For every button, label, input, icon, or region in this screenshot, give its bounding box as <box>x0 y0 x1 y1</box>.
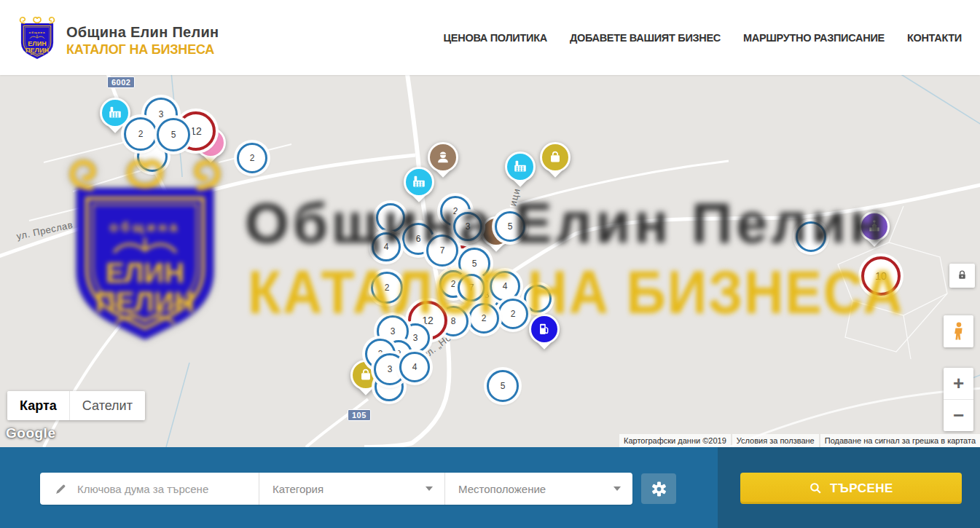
pin-marker-shopping-bag[interactable] <box>540 142 571 173</box>
municipality-crest-icon: община ЕЛИН ПЕЛИН <box>17 16 57 65</box>
cluster-marker[interactable]: 4 <box>490 271 520 302</box>
search-icon <box>809 481 823 495</box>
chevron-down-icon <box>614 486 621 491</box>
cluster-marker[interactable]: 4 <box>372 232 401 261</box>
cluster-marker[interactable]: 10 <box>861 256 901 296</box>
zoom-out-button[interactable]: − <box>944 400 973 431</box>
google-logo[interactable]: Google <box>6 425 55 441</box>
fuel-icon <box>529 314 560 344</box>
advanced-search-button[interactable] <box>641 473 676 504</box>
nav-pricing-policy[interactable]: ЦЕНОВА ПОЛИТИКА <box>444 32 547 44</box>
shopping-bag-icon <box>540 142 571 173</box>
cluster-marker[interactable]: 2 <box>498 299 528 329</box>
church-icon <box>859 211 890 242</box>
cluster-marker[interactable]: 5 <box>495 211 525 242</box>
pin-marker-factory[interactable] <box>404 167 434 197</box>
crest-name-1: ЕЛИН <box>28 40 46 47</box>
factory-icon <box>404 167 434 197</box>
lock-icon <box>956 269 968 282</box>
pin-marker-church[interactable] <box>859 211 890 242</box>
site-title: Община Елин Пелин <box>66 24 219 41</box>
keyword-search-input[interactable] <box>76 482 259 496</box>
cluster-marker[interactable]: 3 <box>453 212 482 241</box>
pegman-icon <box>951 320 967 342</box>
gear-icon <box>651 481 667 497</box>
map-canvas[interactable]: ул. Преслав бул. „Новосел ици 6002 105 1… <box>0 75 980 447</box>
header: община ЕЛИН ПЕЛИН Община Елин Пелин КАТА… <box>0 0 980 75</box>
location-dropdown-label: Местоположение <box>458 483 546 495</box>
factory-icon <box>505 151 536 182</box>
pin-marker-fuel[interactable] <box>529 314 560 344</box>
main-nav: ЦЕНОВА ПОЛИТИКА ДОБАВЕТЕ ВАШИЯТ БИЗНЕС М… <box>444 0 962 75</box>
map-type-map-button[interactable]: Карта <box>7 391 69 420</box>
search-bar: Категория Местоположение <box>40 473 632 505</box>
cluster-marker[interactable]: 5 <box>157 118 190 151</box>
search-panel: Категория Местоположение ТЪРСЕНЕ <box>0 447 980 528</box>
zoom-in-button[interactable]: + <box>944 368 973 400</box>
map-attribution: Картографски данни ©2019 Условия за полз… <box>619 434 980 447</box>
attribution-copyright: Картографски данни ©2019 <box>619 434 731 447</box>
search-submit-button[interactable]: ТЪРСЕНЕ <box>740 473 962 504</box>
cluster-marker[interactable]: 7 <box>458 274 485 302</box>
location-dropdown[interactable]: Местоположение <box>444 473 632 505</box>
nav-route-schedule[interactable]: МАРШРУТНО РАЗПИСАНИЕ <box>743 32 885 44</box>
crest-name-2: ПЕЛИН <box>26 47 49 54</box>
markers-layer: 1232522356413752287422812338334510 <box>0 75 980 447</box>
attribution-report-error-link[interactable]: Подаване на сигнал за грешка в картата <box>820 434 980 447</box>
map-type-satellite-button[interactable]: Сателит <box>69 391 145 420</box>
site-subtitle: КАТАЛОГ НА БИЗНЕСА <box>66 42 219 58</box>
map-type-control: Карта Сателит <box>7 391 145 420</box>
pencil-icon <box>55 483 67 495</box>
factory-icon <box>100 98 130 128</box>
chevron-down-icon <box>426 486 433 491</box>
cluster-marker[interactable]: 7 <box>426 235 458 267</box>
lock-button[interactable] <box>949 264 975 288</box>
cluster-marker[interactable]: 2 <box>469 303 499 334</box>
cluster-marker[interactable]: 2 <box>237 143 267 173</box>
nav-add-business[interactable]: ДОБАВЕТЕ ВАШИЯТ БИЗНЕС <box>570 32 721 44</box>
cluster-marker[interactable]: 5 <box>487 370 519 402</box>
cluster-marker[interactable] <box>524 285 552 312</box>
category-dropdown[interactable]: Категория <box>259 473 444 505</box>
cluster-marker[interactable]: 2 <box>371 272 403 304</box>
nav-contacts[interactable]: КОНТАКТИ <box>907 32 962 44</box>
category-dropdown-label: Категория <box>273 483 324 495</box>
attribution-terms-link[interactable]: Условия за ползване <box>732 434 819 447</box>
site-logo[interactable]: община ЕЛИН ПЕЛИН Община Елин Пелин КАТА… <box>17 16 219 65</box>
crest-top-word: община <box>29 31 46 34</box>
cluster-marker[interactable] <box>796 221 826 252</box>
pin-marker-factory[interactable] <box>100 98 130 128</box>
street-view-pegman-button[interactable] <box>944 315 973 347</box>
pin-marker-factory[interactable] <box>505 151 536 182</box>
cluster-marker[interactable]: 4 <box>399 352 430 382</box>
zoom-control: + − <box>944 368 973 431</box>
cluster-marker[interactable] <box>376 203 405 232</box>
keyword-section <box>40 473 259 505</box>
cluster-marker[interactable]: 2 <box>124 117 157 151</box>
search-submit-label: ТЪРСЕНЕ <box>830 481 893 496</box>
